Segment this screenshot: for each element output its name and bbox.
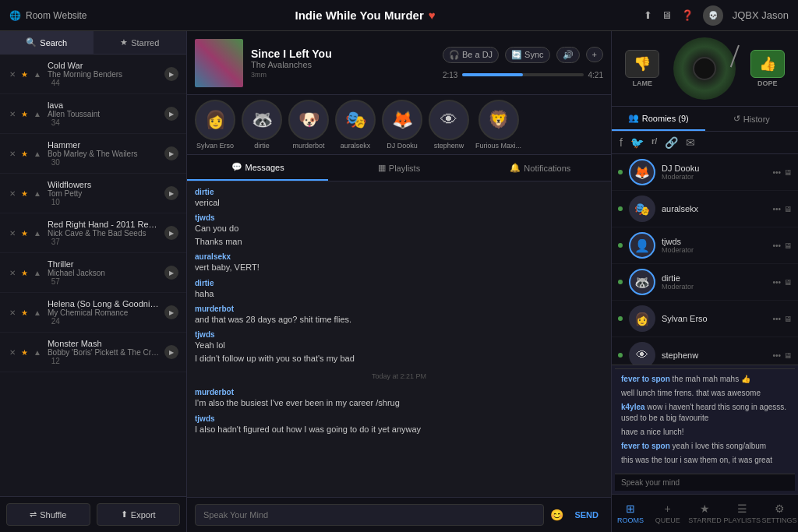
star-song-btn[interactable]: ★	[19, 347, 30, 358]
volume-button[interactable]: 🔊	[556, 47, 580, 63]
remove-song-btn[interactable]: ✕	[8, 228, 17, 238]
roomie-menu-btn[interactable]: •••	[772, 168, 781, 177]
roomie-menu-btn[interactable]: •••	[772, 241, 781, 250]
play-song-btn[interactable]: ▶	[164, 345, 178, 359]
menu-song-btn[interactable]: ▲	[32, 69, 43, 79]
sync-button[interactable]: 🔄 Sync	[505, 47, 549, 63]
star-song-btn[interactable]: ★	[19, 149, 30, 159]
roomie-info: DJ Dooku Moderator	[662, 164, 766, 181]
chat-popup-input[interactable]	[621, 478, 789, 487]
menu-song-btn[interactable]: ▲	[32, 149, 43, 159]
play-song-btn[interactable]: ▶	[164, 186, 178, 200]
dj-avatar[interactable]: 🐶 murderbot	[288, 100, 329, 150]
dj-avatar[interactable]: 👁 stephenw	[429, 100, 469, 150]
menu-song-btn[interactable]: ▲	[32, 347, 43, 358]
star-song-btn[interactable]: ★	[19, 268, 30, 278]
roomie-item[interactable]: 🦝 dirtie Moderator ••• 🖥	[612, 264, 798, 301]
song-item[interactable]: ✕ ★ ▲ Hammer Bob Marley & The Wailers 30…	[0, 134, 186, 174]
tab-search[interactable]: 🔍 Search	[0, 31, 94, 54]
roomie-monitor-btn[interactable]: 🖥	[784, 351, 792, 360]
dope-vote-button[interactable]: 👍 DOPE	[750, 50, 785, 87]
roomie-item[interactable]: 👩 Sylvan Erso ••• 🖥	[612, 301, 798, 337]
link-icon[interactable]: 🔗	[665, 136, 678, 149]
song-item[interactable]: ✕ ★ ▲ Wildflowers Tom Petty 10 ▶	[0, 174, 186, 213]
tab-history[interactable]: ↺ History	[705, 107, 799, 131]
monitor-icon[interactable]: 🖥	[662, 9, 672, 21]
play-song-btn[interactable]: ▶	[164, 146, 178, 160]
song-item[interactable]: ✕ ★ ▲ lava Allen Toussaint 34 ▶	[0, 94, 186, 134]
share-icon[interactable]: ⬆	[644, 9, 652, 21]
export-button[interactable]: ⬆ Export	[97, 503, 181, 526]
tab-starred[interactable]: ★ Starred	[94, 31, 187, 54]
tab-roomies[interactable]: 👥 Roomies (9)	[612, 107, 705, 131]
remove-song-btn[interactable]: ✕	[8, 308, 17, 318]
emoji-button[interactable]: 😊	[550, 509, 563, 521]
roomie-item[interactable]: 👁 stephenw ••• 🖥	[612, 337, 798, 365]
play-song-btn[interactable]: ▶	[164, 226, 178, 240]
star-song-btn[interactable]: ★	[19, 69, 30, 79]
menu-song-btn[interactable]: ▲	[32, 308, 43, 318]
footer-btn-rooms[interactable]: ⊞ ROOMS	[612, 495, 649, 532]
footer-btn-settings[interactable]: ⚙ SETTINGS	[761, 495, 798, 532]
reddit-icon[interactable]: r/	[651, 136, 657, 149]
footer-btn-starred[interactable]: ★ STARRED	[687, 495, 724, 532]
twitter-icon[interactable]: 🐦	[630, 136, 644, 149]
remove-song-btn[interactable]: ✕	[8, 109, 17, 119]
roomie-menu-btn[interactable]: •••	[772, 278, 781, 287]
remove-song-btn[interactable]: ✕	[8, 347, 17, 358]
dj-avatar[interactable]: 🎭 auralsekx	[335, 100, 376, 150]
roomie-monitor-btn[interactable]: 🖥	[784, 315, 792, 323]
song-item[interactable]: ✕ ★ ▲ Red Right Hand - 2011 Remastered V…	[0, 213, 186, 253]
roomie-monitor-btn[interactable]: 🖥	[784, 168, 792, 177]
roomie-monitor-btn[interactable]: 🖥	[784, 205, 792, 213]
lame-vote-button[interactable]: 👎 LAME	[625, 50, 659, 87]
chat-input[interactable]	[195, 504, 544, 526]
remove-song-btn[interactable]: ✕	[8, 188, 17, 199]
be-dj-button[interactable]: 🎧 Be a DJ	[443, 47, 499, 63]
dj-avatar[interactable]: 🦝 dirtie	[242, 100, 282, 150]
help-icon[interactable]: ❓	[681, 9, 694, 21]
room-website-link[interactable]: 🌐 Room Website	[9, 10, 87, 21]
star-song-btn[interactable]: ★	[19, 188, 30, 199]
dj-avatar[interactable]: 🦁 Furious Maxi...	[475, 100, 521, 150]
email-icon[interactable]: ✉	[686, 136, 695, 149]
dj-avatar[interactable]: 🦊 DJ Dooku	[382, 100, 422, 150]
roomie-item[interactable]: 👤 tjwds Moderator ••• 🖥	[612, 227, 798, 264]
remove-song-btn[interactable]: ✕	[8, 268, 17, 278]
roomie-menu-btn[interactable]: •••	[772, 351, 781, 360]
star-song-btn[interactable]: ★	[19, 228, 30, 238]
play-song-btn[interactable]: ▶	[164, 107, 178, 121]
facebook-icon[interactable]: f	[620, 136, 623, 149]
shuffle-button[interactable]: ⇌ Shuffle	[6, 503, 90, 526]
tab-playlists[interactable]: ▦ Playlists	[328, 155, 469, 181]
menu-song-btn[interactable]: ▲	[32, 268, 43, 278]
menu-song-btn[interactable]: ▲	[32, 228, 43, 238]
dj-avatar[interactable]: 👩 Sylvan Erso	[195, 100, 235, 150]
footer-btn-queue[interactable]: + QUEUE	[649, 495, 687, 532]
send-button[interactable]: SEND	[570, 510, 603, 520]
roomie-item[interactable]: 🦊 DJ Dooku Moderator ••• 🖥	[612, 154, 798, 191]
menu-song-btn[interactable]: ▲	[32, 188, 43, 199]
menu-song-btn[interactable]: ▲	[32, 109, 43, 119]
song-item[interactable]: ✕ ★ ▲ Thriller Michael Jackson 57 ▶	[0, 253, 186, 293]
song-item[interactable]: ✕ ★ ▲ Cold War The Morning Benders 44 ▶	[0, 55, 186, 94]
song-item[interactable]: ✕ ★ ▲ Monster Mash Bobby 'Boris' Pickett…	[0, 333, 186, 372]
remove-song-btn[interactable]: ✕	[8, 69, 17, 79]
tab-messages[interactable]: 💬 Messages	[187, 155, 328, 181]
roomie-menu-btn[interactable]: •••	[772, 315, 781, 323]
progress-bar[interactable]	[462, 73, 583, 76]
roomie-item[interactable]: 🎭 auralsekx ••• 🖥	[612, 191, 798, 227]
star-song-btn[interactable]: ★	[19, 109, 30, 119]
add-song-button[interactable]: +	[586, 47, 603, 62]
roomie-monitor-btn[interactable]: 🖥	[784, 278, 792, 287]
remove-song-btn[interactable]: ✕	[8, 149, 17, 159]
roomie-menu-btn[interactable]: •••	[772, 205, 781, 213]
song-item[interactable]: ✕ ★ ▲ Helena (So Long & Goodnight) - So …	[0, 293, 186, 333]
play-song-btn[interactable]: ▶	[164, 67, 178, 81]
tab-notifications[interactable]: 🔔 Notifications	[470, 155, 611, 181]
roomie-monitor-btn[interactable]: 🖥	[784, 241, 792, 250]
play-song-btn[interactable]: ▶	[164, 305, 178, 319]
footer-btn-playlists[interactable]: ☰ PLAYLISTS	[723, 495, 761, 532]
play-song-btn[interactable]: ▶	[164, 266, 178, 280]
star-song-btn[interactable]: ★	[19, 308, 30, 318]
